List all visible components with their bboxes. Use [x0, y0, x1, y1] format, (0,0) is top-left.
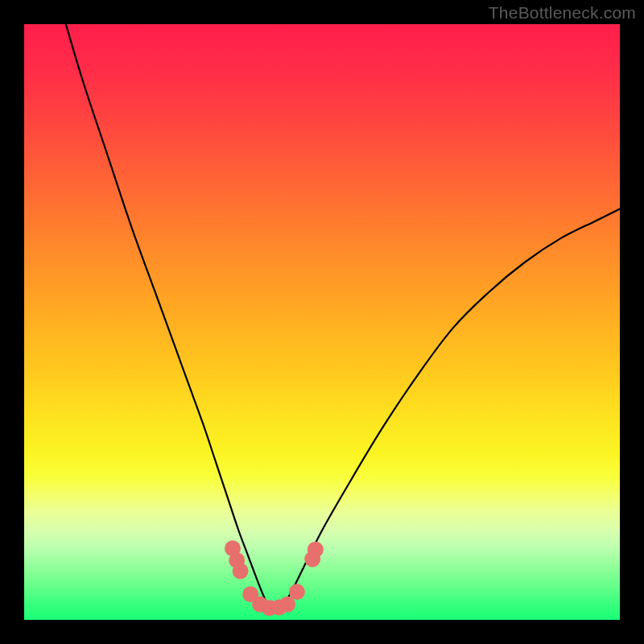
curve-layer	[24, 24, 620, 620]
marker-group	[225, 540, 324, 616]
data-marker	[233, 563, 249, 579]
curve-path	[66, 24, 620, 608]
bottleneck-curve	[66, 24, 620, 608]
data-marker	[289, 584, 305, 600]
data-marker	[308, 542, 324, 558]
chart-frame: TheBottleneck.com	[0, 0, 644, 644]
watermark: TheBottleneck.com	[489, 3, 636, 23]
plot-area	[24, 24, 620, 620]
